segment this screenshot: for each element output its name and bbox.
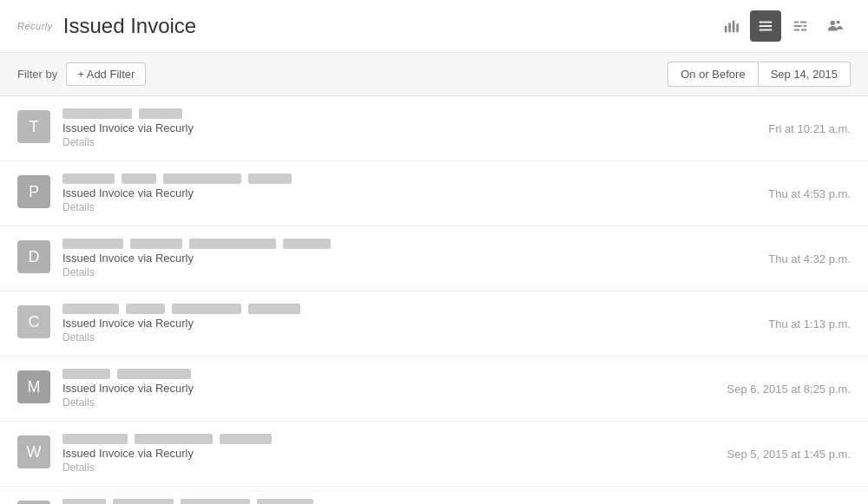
add-filter-button[interactable]: + Add Filter (66, 62, 146, 86)
redacted-name-block (117, 369, 191, 379)
date-button[interactable]: Sep 14, 2015 (758, 62, 851, 87)
invoice-name-bar (62, 304, 756, 314)
header-icons (715, 10, 851, 42)
svg-rect-0 (725, 26, 727, 32)
invoice-content: Issued Invoice via RecurlyDetails (62, 304, 756, 344)
svg-point-14 (837, 21, 840, 24)
bar-chart-icon-button[interactable] (715, 10, 746, 42)
invoice-content: Issued Invoice via RecurlyDetails (62, 369, 715, 409)
list-item: MIssued Invoice via RecurlyDetailsSep 6,… (0, 357, 868, 422)
invoice-name-bar (62, 108, 756, 119)
invoice-name-bar (62, 369, 715, 379)
svg-rect-1 (728, 23, 731, 32)
invoice-timestamp: Fri at 10:21 a.m. (768, 122, 851, 135)
page-title: Issued Invoice (63, 14, 196, 38)
redacted-name-block (62, 304, 119, 314)
invoice-name-bar (62, 173, 756, 184)
list-item: TIssued Invoice via RecurlyDetailsSep 5,… (0, 487, 868, 504)
invoice-details-link[interactable]: Details (62, 396, 715, 409)
svg-rect-9 (794, 25, 802, 27)
people-icon-button[interactable] (819, 10, 851, 42)
svg-rect-10 (804, 25, 807, 27)
redacted-name-block (172, 304, 241, 314)
avatar: M (17, 370, 50, 403)
list-item: CIssued Invoice via RecurlyDetailsThu at… (0, 291, 868, 357)
redacted-name-block (62, 434, 128, 444)
invoice-timestamp: Thu at 1:13 p.m. (768, 317, 851, 331)
svg-rect-11 (794, 29, 799, 31)
list-item: TIssued Invoice via RecurlyDetailsFri at… (0, 96, 868, 161)
invoice-action-text: Issued Invoice via Recurly (62, 187, 756, 200)
invoice-action-text: Issued Invoice via Recurly (62, 317, 756, 330)
redacted-name-block (283, 239, 331, 249)
redacted-name-block (113, 499, 174, 504)
redacted-name-block (248, 304, 300, 314)
invoice-content: Issued Invoice via RecurlyDetails (62, 434, 715, 474)
recurly-logo: Recurly (17, 21, 53, 31)
invoice-timestamp: Sep 6, 2015 at 8:25 p.m. (727, 383, 851, 396)
redacted-name-block (257, 499, 313, 504)
redacted-name-block (139, 108, 182, 119)
header-left: Recurly Issued Invoice (17, 14, 196, 38)
avatar: W (17, 435, 50, 468)
invoice-details-link[interactable]: Details (62, 136, 756, 148)
redacted-name-block (248, 173, 292, 184)
redacted-name-block (189, 239, 276, 249)
invoice-name-bar (62, 239, 756, 249)
filter-by-label: Filter by (17, 68, 57, 81)
invoice-details-link[interactable]: Details (62, 266, 756, 278)
redacted-name-block (135, 434, 213, 444)
svg-rect-6 (760, 29, 772, 31)
invoice-action-text: Issued Invoice via Recurly (62, 447, 715, 460)
redacted-name-block (181, 499, 250, 504)
toolbar: Filter by + Add Filter On or Before Sep … (0, 53, 868, 96)
invoice-details-link[interactable]: Details (62, 331, 756, 344)
avatar: C (17, 305, 50, 338)
lines-icon-button[interactable] (785, 10, 816, 42)
bar-chart-icon (723, 18, 739, 34)
invoice-details-link[interactable]: Details (62, 461, 715, 474)
invoice-action-text: Issued Invoice via Recurly (62, 252, 756, 265)
avatar: D (17, 240, 50, 273)
svg-rect-5 (760, 25, 772, 27)
invoice-timestamp: Thu at 4:53 p.m. (768, 187, 851, 200)
invoice-content: Issued Invoice via RecurlyDetails (62, 499, 708, 504)
invoice-action-text: Issued Invoice via Recurly (62, 121, 756, 134)
people-icon (827, 18, 843, 34)
invoice-timestamp: Thu at 4:32 p.m. (768, 252, 851, 265)
add-filter-label: + Add Filter (77, 68, 135, 81)
invoice-timestamp: Sep 5, 2015 at 1:45 p.m. (727, 448, 851, 461)
svg-rect-4 (760, 22, 772, 23)
redacted-name-block (62, 108, 132, 119)
redacted-name-block (62, 239, 123, 249)
invoice-action-text: Issued Invoice via Recurly (62, 382, 715, 395)
invoice-content: Issued Invoice via RecurlyDetails (62, 239, 756, 278)
redacted-name-block (126, 304, 165, 314)
list-icon-button[interactable] (750, 10, 781, 42)
invoice-content: Issued Invoice via RecurlyDetails (62, 108, 756, 148)
redacted-name-block (122, 173, 156, 184)
svg-point-13 (831, 21, 835, 25)
avatar: T (17, 110, 50, 143)
on-or-before-button[interactable]: On or Before (667, 62, 757, 87)
svg-rect-8 (800, 22, 806, 23)
redacted-name-block (62, 369, 110, 379)
svg-rect-2 (733, 21, 735, 33)
invoice-content: Issued Invoice via RecurlyDetails (62, 173, 756, 213)
invoice-details-link[interactable]: Details (62, 201, 756, 213)
invoice-name-bar (62, 499, 708, 504)
toolbar-right: On or Before Sep 14, 2015 (667, 62, 851, 87)
list-item: PIssued Invoice via RecurlyDetailsThu at… (0, 161, 868, 226)
redacted-name-block (62, 173, 115, 184)
invoice-name-bar (62, 434, 715, 444)
header: Recurly Issued Invoice (0, 0, 868, 53)
lines-icon (792, 18, 808, 34)
list-icon (758, 18, 773, 34)
redacted-name-block (220, 434, 272, 444)
toolbar-left: Filter by + Add Filter (17, 62, 146, 86)
redacted-name-block (62, 499, 106, 504)
invoice-list: TIssued Invoice via RecurlyDetailsFri at… (0, 96, 868, 504)
redacted-name-block (163, 173, 241, 184)
svg-rect-3 (736, 23, 739, 32)
redacted-name-block (130, 239, 182, 249)
